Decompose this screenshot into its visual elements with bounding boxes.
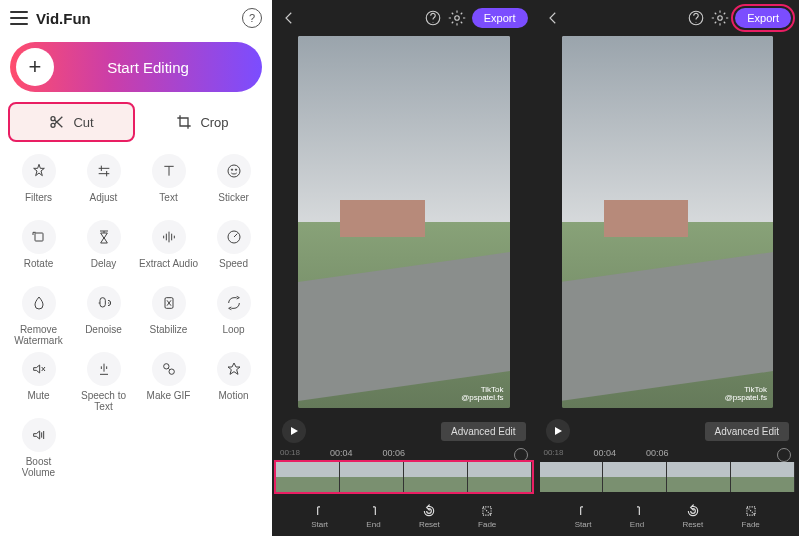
tool-label: Loop: [222, 324, 244, 346]
control-reset[interactable]: Reset: [419, 504, 440, 529]
start-editing-button[interactable]: + Start Editing: [10, 42, 262, 92]
control-label: Reset: [682, 520, 703, 529]
tool-extract-audio[interactable]: Extract Audio: [138, 220, 199, 280]
tab-cut-label: Cut: [73, 115, 93, 130]
tool-adjust[interactable]: Adjust: [73, 154, 134, 214]
preview-area: TikTok@pspatel.fs: [536, 36, 800, 416]
stabilize-icon: [152, 286, 186, 320]
svg-point-2: [228, 165, 240, 177]
remove-watermark-icon: [22, 286, 56, 320]
play-button[interactable]: [282, 419, 306, 443]
tab-crop-label: Crop: [200, 115, 228, 130]
start-editing-label: Start Editing: [54, 59, 262, 76]
boost-volume-icon: [22, 418, 56, 452]
tool-rotate[interactable]: Rotate: [8, 220, 69, 280]
tool-label: Make GIF: [147, 390, 191, 412]
control-fade[interactable]: Fade: [742, 504, 760, 529]
tool-motion[interactable]: Motion: [203, 352, 264, 412]
filters-icon: [22, 154, 56, 188]
back-icon[interactable]: [544, 9, 562, 27]
tool-delay[interactable]: Delay: [73, 220, 134, 280]
tool-filters[interactable]: Filters: [8, 154, 69, 214]
control-reset[interactable]: Reset: [682, 504, 703, 529]
bottom-controls: Start End Reset Fade: [272, 496, 536, 536]
back-icon[interactable]: [280, 9, 298, 27]
watermark: TikTok@pspatel.fs: [461, 386, 503, 402]
adjust-icon: [87, 154, 121, 188]
control-label: End: [366, 520, 380, 529]
tool-label: Stabilize: [150, 324, 188, 346]
advanced-edit-button[interactable]: Advanced Edit: [705, 422, 790, 441]
tool-label: Speech to Text: [74, 390, 134, 412]
zoom-icon[interactable]: [777, 448, 791, 462]
tool-label: Delay: [91, 258, 117, 280]
svg-point-9: [169, 369, 174, 374]
rotate-icon: [22, 220, 56, 254]
settings-icon[interactable]: [448, 9, 466, 27]
zoom-icon[interactable]: [514, 448, 528, 462]
editor-pane: Export TikTok@pspatel.fs Advanced Edit 0…: [272, 0, 536, 536]
play-button[interactable]: [546, 419, 570, 443]
tool-label: Speed: [219, 258, 248, 280]
help-icon[interactable]: ?: [242, 8, 262, 28]
sidebar-header: Vid.Fun ?: [0, 0, 272, 36]
make-gif-icon: [152, 352, 186, 386]
editor-panes: Export TikTok@pspatel.fs Advanced Edit 0…: [272, 0, 799, 536]
total-duration: 00:18: [544, 448, 564, 462]
timeline-thumbs[interactable]: [540, 462, 796, 492]
help-icon[interactable]: [424, 9, 442, 27]
timeline[interactable]: 00:18 00:04 00:06: [272, 446, 536, 496]
help-icon[interactable]: [687, 9, 705, 27]
time-mark: 00:04: [330, 448, 353, 462]
menu-icon[interactable]: [10, 11, 28, 25]
timeline[interactable]: 00:18 00:04 00:06: [536, 446, 800, 496]
timeline-thumbs[interactable]: [276, 462, 532, 492]
loop-icon: [217, 286, 251, 320]
settings-icon[interactable]: [711, 9, 729, 27]
tool-make-gif[interactable]: Make GIF: [138, 352, 199, 412]
tool-boost-volume[interactable]: Boost Volume: [8, 418, 69, 478]
control-start[interactable]: Start: [575, 504, 592, 529]
tool-stabilize[interactable]: Stabilize: [138, 286, 199, 346]
control-end[interactable]: End: [366, 504, 380, 529]
tab-cut[interactable]: Cut: [8, 102, 135, 142]
mute-icon: [22, 352, 56, 386]
tool-loop[interactable]: Loop: [203, 286, 264, 346]
sidebar: Vid.Fun ? + Start Editing Cut Crop Filte…: [0, 0, 272, 536]
tool-sticker[interactable]: Sticker: [203, 154, 264, 214]
tool-denoise[interactable]: Denoise: [73, 286, 134, 346]
tool-remove-watermark[interactable]: Remove Watermark: [8, 286, 69, 346]
plus-icon: +: [16, 48, 54, 86]
video-preview[interactable]: TikTok@pspatel.fs: [562, 36, 774, 408]
time-mark: 00:06: [646, 448, 669, 462]
tab-row: Cut Crop: [8, 102, 264, 142]
tab-crop[interactable]: Crop: [141, 102, 264, 142]
tool-label: Rotate: [24, 258, 53, 280]
denoise-icon: [87, 286, 121, 320]
advanced-edit-button[interactable]: Advanced Edit: [441, 422, 526, 441]
tool-mute[interactable]: Mute: [8, 352, 69, 412]
control-end[interactable]: End: [630, 504, 644, 529]
total-duration: 00:18: [280, 448, 300, 462]
delay-icon: [87, 220, 121, 254]
tool-label: Sticker: [218, 192, 249, 214]
tool-label: Text: [159, 192, 177, 214]
export-button[interactable]: Export: [472, 8, 528, 28]
control-start[interactable]: Start: [311, 504, 328, 529]
video-preview[interactable]: TikTok@pspatel.fs: [298, 36, 510, 408]
control-label: Start: [575, 520, 592, 529]
sticker-icon: [217, 154, 251, 188]
tool-speed[interactable]: Speed: [203, 220, 264, 280]
export-button[interactable]: Export: [735, 8, 791, 28]
play-row: Advanced Edit: [536, 416, 800, 446]
svg-point-3: [231, 169, 232, 170]
speed-icon: [217, 220, 251, 254]
svg-point-8: [163, 364, 168, 369]
control-fade[interactable]: Fade: [478, 504, 496, 529]
tool-text[interactable]: Text: [138, 154, 199, 214]
tools-grid: Filters Adjust Text Sticker Rotate Delay…: [0, 154, 272, 536]
tool-label: Filters: [25, 192, 52, 214]
tool-speech-to-text[interactable]: Speech to Text: [73, 352, 134, 412]
scissors-icon: [49, 114, 65, 130]
svg-point-13: [718, 16, 723, 21]
